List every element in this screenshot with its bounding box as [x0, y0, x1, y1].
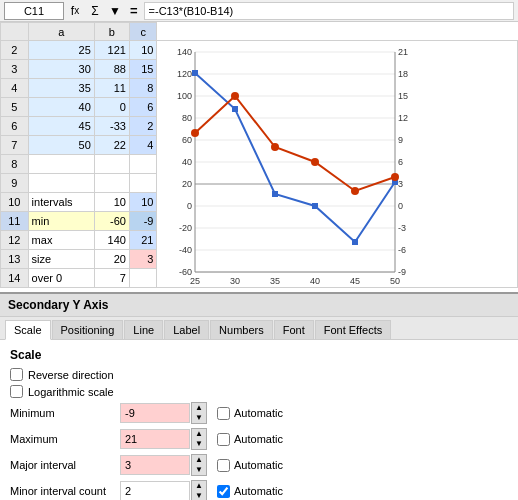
panel-area: Secondary Y Axis Scale Positioning Line …	[0, 292, 518, 500]
cell-b2[interactable]: 121	[94, 41, 129, 60]
maximum-auto-checkbox[interactable]	[217, 433, 230, 446]
cell-a3[interactable]: 30	[28, 60, 94, 79]
reverse-direction-checkbox[interactable]	[10, 368, 23, 381]
minimum-up-btn[interactable]: ▲	[192, 403, 206, 413]
sigma-icon[interactable]: Σ	[86, 2, 104, 20]
cell-a4[interactable]: 35	[28, 79, 94, 98]
cell-c12[interactable]: 21	[129, 231, 157, 250]
cell-c13[interactable]: 3	[129, 250, 157, 269]
minimum-down-btn[interactable]: ▼	[192, 413, 206, 423]
cell-a7[interactable]: 50	[28, 136, 94, 155]
svg-rect-45	[232, 106, 238, 112]
cell-b12[interactable]: 140	[94, 231, 129, 250]
cell-b5[interactable]: 0	[94, 98, 129, 117]
minor-interval-auto-checkbox[interactable]	[217, 485, 230, 498]
col-header-c[interactable]: c	[129, 23, 157, 41]
cell-c8[interactable]	[129, 155, 157, 174]
cell-c5[interactable]: 6	[129, 98, 157, 117]
minimum-auto-checkbox[interactable]	[217, 407, 230, 420]
row-num-2: 2	[1, 41, 29, 60]
maximum-down-btn[interactable]: ▼	[192, 439, 206, 449]
minor-interval-row: Minor interval count ▲ ▼ Automatic	[10, 480, 508, 500]
cell-c2[interactable]: 10	[129, 41, 157, 60]
minor-interval-input-wrap: ▲ ▼	[120, 480, 207, 500]
major-interval-up-btn[interactable]: ▲	[192, 455, 206, 465]
cell-b14[interactable]: 7	[94, 269, 129, 288]
tab-scale[interactable]: Scale	[5, 320, 51, 340]
cell-b7[interactable]: 22	[94, 136, 129, 155]
svg-text:-6: -6	[398, 245, 406, 255]
cell-a5[interactable]: 40	[28, 98, 94, 117]
svg-text:9: 9	[398, 135, 403, 145]
col-header-b[interactable]: b	[94, 23, 129, 41]
cell-c10[interactable]: 10	[129, 193, 157, 212]
svg-rect-46	[272, 191, 278, 197]
row-num-5: 5	[1, 98, 29, 117]
dropdown-icon[interactable]: ▼	[106, 2, 124, 20]
tab-line[interactable]: Line	[124, 320, 163, 339]
major-interval-auto-checkbox[interactable]	[217, 459, 230, 472]
tab-font-effects[interactable]: Font Effects	[315, 320, 392, 339]
tab-label[interactable]: Label	[164, 320, 209, 339]
col-header-a[interactable]: a	[28, 23, 94, 41]
cell-c9[interactable]	[129, 174, 157, 193]
cell-c3[interactable]: 15	[129, 60, 157, 79]
cell-a8[interactable]	[28, 155, 94, 174]
logarithmic-scale-checkbox[interactable]	[10, 385, 23, 398]
maximum-input[interactable]	[120, 429, 190, 449]
svg-text:45: 45	[350, 276, 360, 286]
tab-positioning[interactable]: Positioning	[52, 320, 124, 339]
cell-a9[interactable]	[28, 174, 94, 193]
cell-b9[interactable]	[94, 174, 129, 193]
minor-interval-auto-wrap: Automatic	[217, 485, 283, 498]
cell-ref-input[interactable]: C11	[4, 2, 64, 20]
cell-c11[interactable]: -9	[129, 212, 157, 231]
cell-a11[interactable]: min	[28, 212, 94, 231]
minimum-input[interactable]	[120, 403, 190, 423]
svg-text:50: 50	[390, 276, 400, 286]
tab-font[interactable]: Font	[274, 320, 314, 339]
cell-a14[interactable]: over 0	[28, 269, 94, 288]
svg-text:-40: -40	[179, 245, 192, 255]
cell-b11[interactable]: -60	[94, 212, 129, 231]
cell-c14[interactable]	[129, 269, 157, 288]
cell-c7[interactable]: 4	[129, 136, 157, 155]
svg-text:0: 0	[187, 201, 192, 211]
formula-input[interactable]: =-C13*(B10-B14)	[144, 2, 514, 20]
svg-rect-47	[312, 203, 318, 209]
cell-b6[interactable]: -33	[94, 117, 129, 136]
cell-b10[interactable]: 10	[94, 193, 129, 212]
svg-text:30: 30	[230, 276, 240, 286]
minor-interval-up-btn[interactable]: ▲	[192, 481, 206, 491]
svg-text:100: 100	[177, 91, 192, 101]
major-interval-auto-wrap: Automatic	[217, 459, 283, 472]
cell-c6[interactable]: 2	[129, 117, 157, 136]
minimum-row: Minimum ▲ ▼ Automatic	[10, 402, 508, 424]
fx-icon[interactable]: fx	[66, 2, 84, 20]
cell-a10[interactable]: intervals	[28, 193, 94, 212]
cell-b8[interactable]	[94, 155, 129, 174]
cell-b4[interactable]: 11	[94, 79, 129, 98]
minor-interval-label: Minor interval count	[10, 485, 120, 497]
cell-b13[interactable]: 20	[94, 250, 129, 269]
minor-interval-down-btn[interactable]: ▼	[192, 491, 206, 500]
major-interval-down-btn[interactable]: ▼	[192, 465, 206, 475]
minor-interval-input[interactable]	[120, 481, 190, 500]
row-num-6: 6	[1, 117, 29, 136]
cell-a13[interactable]: size	[28, 250, 94, 269]
svg-text:18: 18	[398, 69, 408, 79]
row-num-8: 8	[1, 155, 29, 174]
major-interval-input[interactable]	[120, 455, 190, 475]
svg-point-55	[391, 173, 399, 181]
cell-a2[interactable]: 25	[28, 41, 94, 60]
table-row: 2 25 121 10	[1, 41, 518, 60]
maximum-up-btn[interactable]: ▲	[192, 429, 206, 439]
maximum-spinner: ▲ ▼	[191, 428, 207, 450]
minimum-spinner: ▲ ▼	[191, 402, 207, 424]
cell-c4[interactable]: 8	[129, 79, 157, 98]
tab-numbers[interactable]: Numbers	[210, 320, 273, 339]
cell-a12[interactable]: max	[28, 231, 94, 250]
cell-b3[interactable]: 88	[94, 60, 129, 79]
svg-text:20: 20	[182, 179, 192, 189]
cell-a6[interactable]: 45	[28, 117, 94, 136]
